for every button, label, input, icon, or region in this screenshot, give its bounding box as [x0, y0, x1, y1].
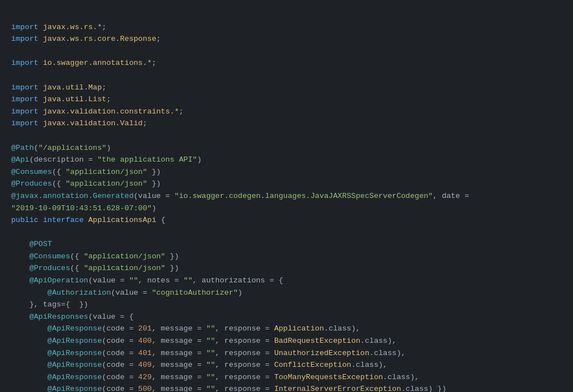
keyword-interface: interface	[43, 216, 84, 224]
annotation-produces1: @Produces	[11, 180, 52, 188]
annotation-apiresponse-500: @ApiResponse	[48, 385, 102, 392]
keyword-public: public	[11, 216, 39, 224]
annotation-post: @POST	[29, 240, 52, 248]
code-editor: import javax.ws.rs.*; import javax.ws.rs…	[0, 0, 573, 392]
class-name-api: ApplicationsApi	[88, 216, 157, 224]
annotation-apiresponses: @ApiResponses	[29, 313, 88, 321]
keyword-import2: import	[11, 35, 39, 43]
class-toomanyrequests: TooManyRequestsException	[274, 373, 383, 381]
annotation-apiresponse-201: @ApiResponse	[48, 324, 102, 333]
annotation-apiresponse-429: @ApiResponse	[48, 373, 102, 381]
keyword-import6: import	[11, 107, 39, 116]
code-content: import javax.ws.rs.*; import javax.ws.rs…	[11, 9, 562, 392]
annotation-produces2: @Produces	[29, 264, 70, 272]
annotation-api: @Api	[11, 155, 29, 164]
class-unauthorized: UnauthorizedException	[274, 349, 369, 357]
keyword-import3: import	[11, 59, 39, 67]
annotation-path: @Path	[11, 144, 34, 152]
class-conflict: ConflictException	[274, 361, 351, 369]
annotation-consumes2: @Consumes	[29, 252, 70, 261]
annotation-apiresponse-409: @ApiResponse	[48, 361, 102, 369]
class-badrequest: BadRequestException	[274, 337, 360, 345]
keyword-import5: import	[11, 95, 39, 103]
annotation-consumes1: @Consumes	[11, 168, 52, 176]
keyword-import: import	[11, 23, 39, 31]
class-application: Application	[274, 324, 324, 333]
annotation-apioperation: @ApiOperation	[29, 276, 88, 285]
annotation-apiresponse-401: @ApiResponse	[48, 349, 102, 357]
annotation-authorization: @Authorization	[48, 289, 111, 297]
class-internalserver: InternalServerErrorException	[274, 385, 401, 392]
keyword-import7: import	[11, 119, 39, 127]
annotation-generated: @javax.annotation.Generated	[11, 192, 134, 200]
keyword-import4: import	[11, 83, 39, 92]
annotation-apiresponse-400: @ApiResponse	[48, 337, 102, 345]
